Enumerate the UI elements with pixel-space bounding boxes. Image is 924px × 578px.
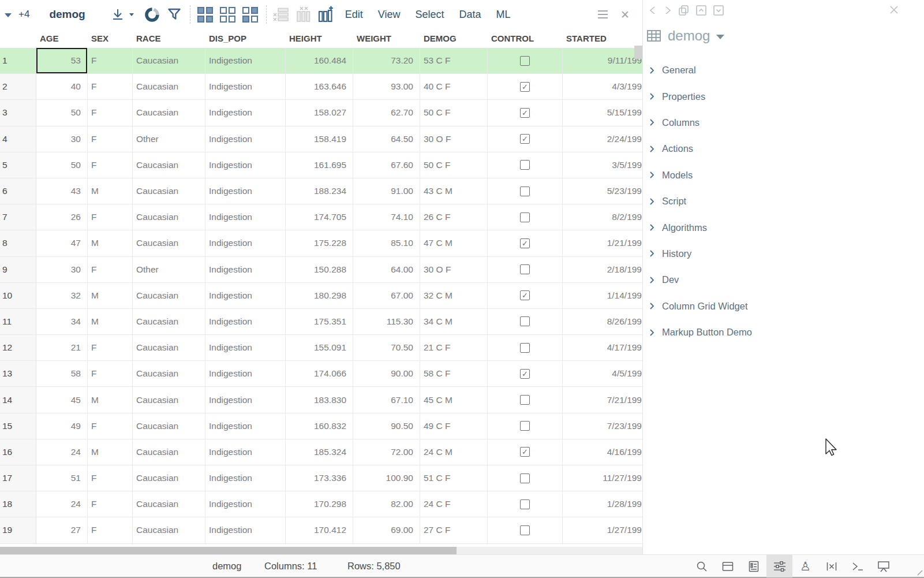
panel-title-caret-icon[interactable] [716, 35, 724, 39]
row-header[interactable]: 19 [0, 517, 36, 543]
cell-sex[interactable]: F [88, 413, 133, 439]
cell-dis-pop[interactable]: Indigestion [205, 204, 286, 230]
cell-started[interactable]: 11/27/199 [563, 465, 642, 491]
cell-age[interactable]: 43 [36, 178, 88, 204]
cell-demog[interactable]: 32 C M [420, 283, 488, 309]
row-header[interactable]: 11 [0, 309, 36, 335]
checkbox-unchecked[interactable] [520, 499, 530, 509]
cell-demog[interactable]: 21 C F [420, 335, 488, 361]
variables-icon[interactable] [818, 555, 844, 577]
cell-demog[interactable]: 40 C F [420, 74, 488, 100]
console-icon[interactable] [844, 555, 870, 577]
cell-weight[interactable]: 64.50 [353, 126, 420, 152]
cell-height[interactable]: 175.351 [286, 309, 353, 335]
cell-race[interactable]: Caucasian [133, 491, 205, 517]
row-header[interactable]: 5 [0, 152, 36, 178]
cell-height[interactable]: 175.228 [286, 230, 353, 256]
cell-race[interactable]: Caucasian [133, 100, 205, 126]
column-header-demog[interactable]: DEMOG [420, 33, 488, 48]
cell-sex[interactable]: M [88, 178, 133, 204]
cell-started[interactable]: 3/5/199 [563, 152, 642, 178]
download-button[interactable] [111, 8, 125, 21]
cell-dis-pop[interactable]: Indigestion [205, 491, 286, 517]
checkbox-checked[interactable]: ✓ [520, 369, 530, 379]
menu-data[interactable]: Data [459, 9, 481, 21]
cell-sex[interactable]: M [88, 230, 133, 256]
cell-weight[interactable]: 72.00 [353, 439, 420, 465]
cell-dis-pop[interactable]: Indigestion [205, 283, 286, 309]
nav-back-icon[interactable] [648, 5, 658, 16]
cell-weight[interactable]: 93.00 [353, 74, 420, 100]
cell-demog[interactable]: 34 C M [420, 309, 488, 335]
select-all-rows-icon[interactable] [197, 7, 213, 23]
cell-demog[interactable]: 24 C M [420, 439, 488, 465]
cell-age[interactable]: 30 [36, 126, 88, 152]
cell-age[interactable]: 50 [36, 152, 88, 178]
cell-race[interactable]: Caucasian [133, 413, 205, 439]
row-header[interactable]: 8 [0, 230, 36, 256]
menu-view[interactable]: View [378, 9, 401, 21]
cell-age[interactable]: 47 [36, 230, 88, 256]
checkbox-unchecked[interactable] [520, 212, 530, 222]
cell-dis-pop[interactable]: Indigestion [205, 48, 286, 74]
row-header[interactable]: 1 [0, 48, 36, 74]
corner-cell[interactable] [0, 43, 36, 48]
expand-down-icon[interactable] [712, 4, 725, 17]
cell-started[interactable]: 2/18/199 [563, 257, 642, 283]
cell-demog[interactable]: 50 C F [420, 100, 488, 126]
cell-demog[interactable]: 27 C F [420, 517, 488, 543]
cell-demog[interactable]: 58 C F [420, 361, 488, 387]
panel-section-columns[interactable]: Columns [643, 110, 924, 136]
cell-demog[interactable]: 45 C M [420, 387, 488, 413]
panel-section-column-grid-widget[interactable]: Column Grid Widget [643, 293, 924, 319]
clone-panel-icon[interactable] [678, 4, 690, 17]
cell-weight[interactable]: 74.10 [353, 204, 420, 230]
sliders-icon[interactable] [766, 555, 792, 577]
cell-race[interactable]: Other [133, 257, 205, 283]
cell-started[interactable]: 9/11/199 [563, 48, 642, 74]
cell-started[interactable]: 7/23/199 [563, 413, 642, 439]
column-header-sex[interactable]: SEX [88, 33, 133, 48]
cell-started[interactable]: 8/26/199 [563, 309, 642, 335]
cell-weight[interactable]: 73.20 [353, 48, 420, 74]
cell-demog[interactable]: 26 C F [420, 204, 488, 230]
cell-weight[interactable]: 64.00 [353, 257, 420, 283]
cell-dis-pop[interactable]: Indigestion [205, 439, 286, 465]
cell-height[interactable]: 188.234 [286, 178, 353, 204]
cell-demog[interactable]: 24 C F [420, 491, 488, 517]
cell-dis-pop[interactable]: Indigestion [205, 100, 286, 126]
cell-started[interactable]: 1/14/199 [563, 283, 642, 309]
cell-age[interactable]: 49 [36, 413, 88, 439]
column-header-started[interactable]: STARTED [563, 33, 642, 48]
cell-height[interactable]: 174.066 [286, 361, 353, 387]
checkbox-checked[interactable]: ✓ [520, 290, 530, 300]
cell-dis-pop[interactable]: Indigestion [205, 361, 286, 387]
cell-age[interactable]: 53 [36, 48, 88, 74]
column-header-dis_pop[interactable]: DIS_POP [205, 33, 286, 48]
cell-race[interactable]: Caucasian [133, 152, 205, 178]
cell-race[interactable]: Other [133, 126, 205, 152]
checkbox-unchecked[interactable] [520, 343, 530, 353]
cell-age[interactable]: 24 [36, 439, 88, 465]
refresh-icon[interactable] [144, 7, 160, 23]
cell-demog[interactable]: 47 C M [420, 230, 488, 256]
cell-started[interactable]: 4/16/199 [563, 439, 642, 465]
row-header[interactable]: 15 [0, 413, 36, 439]
cell-weight[interactable]: 67.00 [353, 283, 420, 309]
forms-icon[interactable] [740, 555, 766, 577]
checkbox-unchecked[interactable] [520, 56, 530, 66]
cell-dis-pop[interactable]: Indigestion [205, 517, 286, 543]
cell-demog[interactable]: 51 C F [420, 465, 488, 491]
cell-race[interactable]: Caucasian [133, 230, 205, 256]
cell-sex[interactable]: F [88, 517, 133, 543]
panel-section-script[interactable]: Script [643, 188, 924, 214]
column-header-weight[interactable]: WEIGHT [353, 33, 420, 48]
cell-race[interactable]: Caucasian [133, 204, 205, 230]
cell-weight[interactable]: 90.50 [353, 413, 420, 439]
cell-started[interactable]: 4/3/199 [563, 74, 642, 100]
cell-age[interactable]: 40 [36, 74, 88, 100]
close-panel-icon[interactable] [888, 4, 900, 16]
column-header-race[interactable]: RACE [133, 33, 205, 48]
row-header[interactable]: 9 [0, 257, 36, 283]
cell-weight[interactable]: 82.00 [353, 491, 420, 517]
